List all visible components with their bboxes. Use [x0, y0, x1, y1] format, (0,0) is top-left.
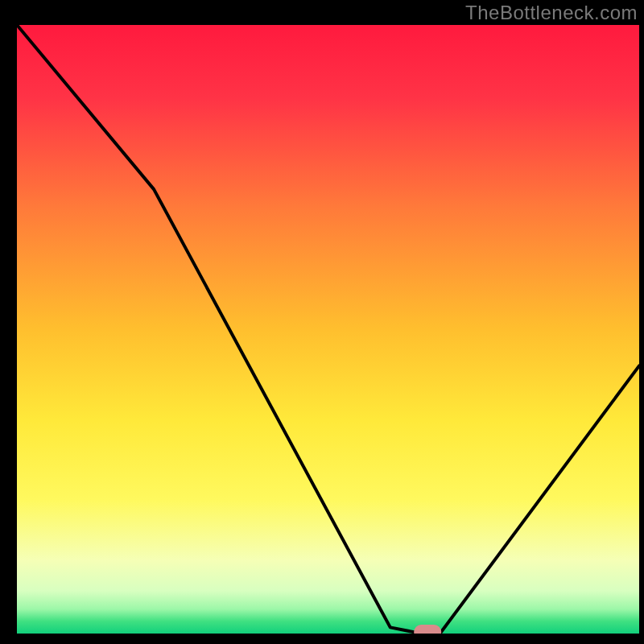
- watermark-text: TheBottleneck.com: [465, 2, 638, 24]
- chart-svg: [0, 0, 644, 644]
- chart-container: { "watermark": "TheBottleneck.com", "cha…: [0, 0, 644, 644]
- plot-area: [17, 25, 639, 639]
- gradient-background: [17, 25, 639, 634]
